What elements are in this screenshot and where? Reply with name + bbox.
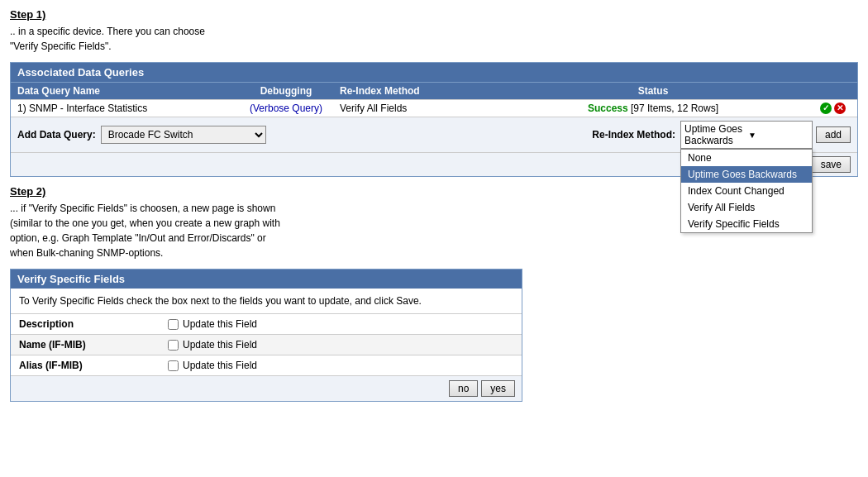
col-header-name: Data Query Name [17, 85, 232, 97]
verify-description: To Verify Specific Fields check the box … [11, 289, 522, 314]
verify-panel-title: Verify Specific Fields [11, 270, 522, 289]
verify-buttons-row: no yes [11, 376, 522, 401]
row-actions[interactable]: ✓ ✕ [818, 103, 851, 114]
field-label-description: Description [19, 318, 168, 330]
col-header-status: Status [489, 85, 818, 97]
field-label-name: Name (IF-MIB) [19, 339, 168, 351]
field-checkbox-alias[interactable] [168, 360, 179, 371]
field-checkbox-description[interactable] [168, 319, 179, 330]
col-header-reindex: Re-Index Method [340, 85, 489, 97]
dropdown-item-verify-all[interactable]: Verify All Fields [681, 199, 812, 216]
save-button[interactable]: save [812, 156, 851, 173]
dropdown-item-index-count[interactable]: Index Count Changed [681, 183, 812, 199]
add-query-select[interactable]: Brocade FC Switch [101, 126, 266, 144]
row-name: 1) SNMP - Interface Statistics [17, 103, 232, 114]
table-header: Data Query Name Debugging Re-Index Metho… [11, 82, 857, 99]
panel-title: Associated Data Queries [11, 63, 857, 82]
add-query-label: Add Data Query: [17, 129, 96, 141]
yes-button[interactable]: yes [481, 380, 515, 397]
reindex-dropdown-menu[interactable]: None Uptime Goes Backwards Index Count C… [680, 149, 813, 233]
associated-data-queries-panel: Associated Data Queries Data Query Name … [10, 62, 858, 177]
field-checkbox-name[interactable] [168, 340, 179, 351]
verify-specific-fields-panel: Verify Specific Fields To Verify Specifi… [10, 269, 522, 402]
reindex-dropdown-value: Uptime Goes Backwards [684, 123, 745, 146]
step1-description: .. in a specific device. There you can c… [10, 24, 858, 54]
field-checkbox-label-description: Update this Field [183, 318, 257, 330]
no-button[interactable]: no [449, 380, 478, 397]
add-query-row: Add Data Query: Brocade FC Switch Re-Ind… [11, 117, 857, 152]
field-check-name[interactable]: Update this Field [168, 339, 257, 351]
row-debug: (Verbose Query) [232, 103, 340, 114]
col-header-actions [818, 85, 851, 97]
chevron-down-icon: ▼ [748, 131, 808, 140]
dropdown-item-verify-specific[interactable]: Verify Specific Fields [681, 216, 812, 232]
field-checkbox-label-alias: Update this Field [183, 360, 257, 371]
field-row-description: Description Update this Field [11, 314, 522, 335]
field-checkbox-label-name: Update this Field [183, 339, 257, 351]
step1-title: Step 1) [10, 8, 858, 21]
field-row-alias: Alias (IF-MIB) Update this Field [11, 355, 522, 376]
dropdown-item-uptime[interactable]: Uptime Goes Backwards [681, 166, 812, 183]
row-reindex: Verify All Fields [340, 103, 489, 114]
reindex-dropdown-wrapper[interactable]: Uptime Goes Backwards ▼ None Uptime Goes… [680, 121, 813, 149]
field-label-alias: Alias (IF-MIB) [19, 360, 168, 371]
row-delete-icon[interactable]: ✕ [834, 103, 846, 114]
step1-section: Step 1) .. in a specific device. There y… [10, 8, 858, 54]
col-header-debug: Debugging [232, 85, 340, 97]
reindex-dropdown-trigger[interactable]: Uptime Goes Backwards ▼ [680, 121, 813, 149]
dropdown-item-none[interactable]: None [681, 150, 812, 166]
field-check-description[interactable]: Update this Field [168, 318, 257, 330]
add-button[interactable]: add [816, 126, 851, 143]
table-row: 1) SNMP - Interface Statistics (Verbose … [11, 99, 857, 117]
reindex-method-label: Re-Index Method: [592, 129, 675, 141]
row-status: Success [97 Items, 12 Rows] [489, 103, 818, 114]
field-row-name: Name (IF-MIB) Update this Field [11, 335, 522, 355]
field-check-alias[interactable]: Update this Field [168, 360, 257, 371]
row-enable-icon[interactable]: ✓ [820, 103, 832, 114]
